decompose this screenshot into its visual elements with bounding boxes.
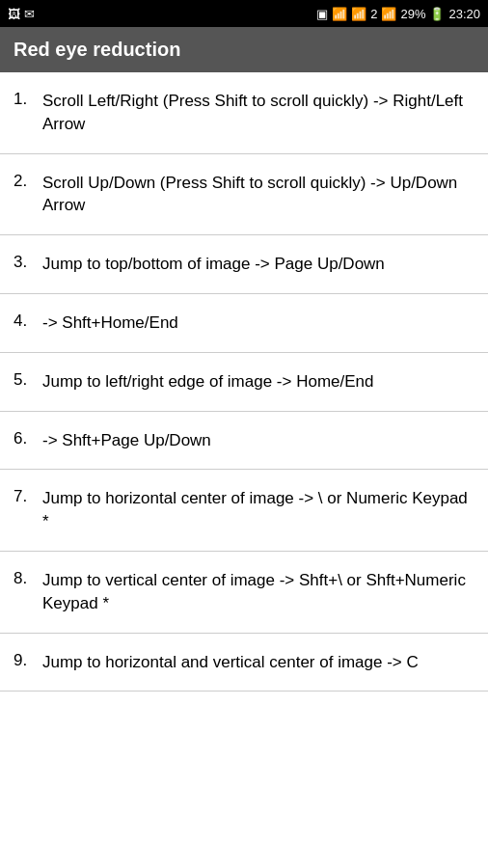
item-text: Jump to horizontal center of image -> \ … (42, 487, 474, 533)
item-number: 4. (14, 312, 42, 331)
item-number: 8. (14, 569, 42, 588)
list-item: 8.Jump to vertical center of image -> Sh… (0, 552, 488, 634)
mail-icon: ✉ (24, 7, 35, 21)
list-item: 6. -> Shft+Page Up/Down (0, 412, 488, 471)
signal-strength: 📶 (351, 7, 366, 21)
item-number: 6. (14, 429, 42, 448)
item-number: 9. (14, 651, 42, 670)
item-text: Jump to left/right edge of image -> Home… (42, 370, 474, 393)
image-icon: 🖼 (8, 7, 20, 21)
sim-label: 2 (370, 7, 377, 21)
list-item: 4. -> Shft+Home/End (0, 294, 488, 353)
battery-icon: 🔋 (429, 7, 445, 21)
status-bar: 🖼 ✉ ▣ 📶 📶 2 📶 29% 🔋 23:20 (0, 0, 488, 27)
status-right: ▣ 📶 📶 2 📶 29% 🔋 23:20 (316, 7, 480, 21)
item-number: 1. (14, 90, 42, 109)
vibrate-icon: ▣ (316, 7, 328, 21)
item-number: 7. (14, 487, 42, 506)
list-item: 7.Jump to horizontal center of image -> … (0, 470, 488, 552)
battery-percent: 29% (400, 7, 425, 21)
list-item: 2.Scroll Up/Down (Press Shift to scroll … (0, 154, 488, 236)
item-text: Jump to vertical center of image -> Shft… (42, 569, 474, 615)
title-bar: Red eye reduction (0, 27, 488, 72)
item-text: -> Shft+Home/End (42, 312, 474, 335)
status-left: 🖼 ✉ (8, 7, 35, 21)
item-text: Scroll Up/Down (Press Shift to scroll qu… (42, 172, 474, 218)
list-item: 9.Jump to horizontal and vertical center… (0, 634, 488, 692)
time: 23:20 (448, 7, 480, 21)
content-list: 1.Scroll Left/Right (Press Shift to scro… (0, 72, 488, 692)
item-text: Jump to horizontal and vertical center o… (42, 651, 474, 674)
list-item: 5.Jump to left/right edge of image -> Ho… (0, 353, 488, 412)
signal-bars: 📶 (381, 7, 396, 21)
item-number: 5. (14, 370, 42, 390)
item-text: Jump to top/bottom of image -> Page Up/D… (42, 253, 474, 276)
list-item: 1.Scroll Left/Right (Press Shift to scro… (0, 72, 488, 154)
item-number: 2. (14, 172, 42, 191)
item-text: Scroll Left/Right (Press Shift to scroll… (42, 90, 474, 136)
item-number: 3. (14, 253, 42, 272)
item-text: -> Shft+Page Up/Down (42, 429, 474, 452)
page-title: Red eye reduction (14, 39, 180, 60)
wifi-icon: 📶 (332, 7, 347, 21)
list-item: 3.Jump to top/bottom of image -> Page Up… (0, 235, 488, 294)
